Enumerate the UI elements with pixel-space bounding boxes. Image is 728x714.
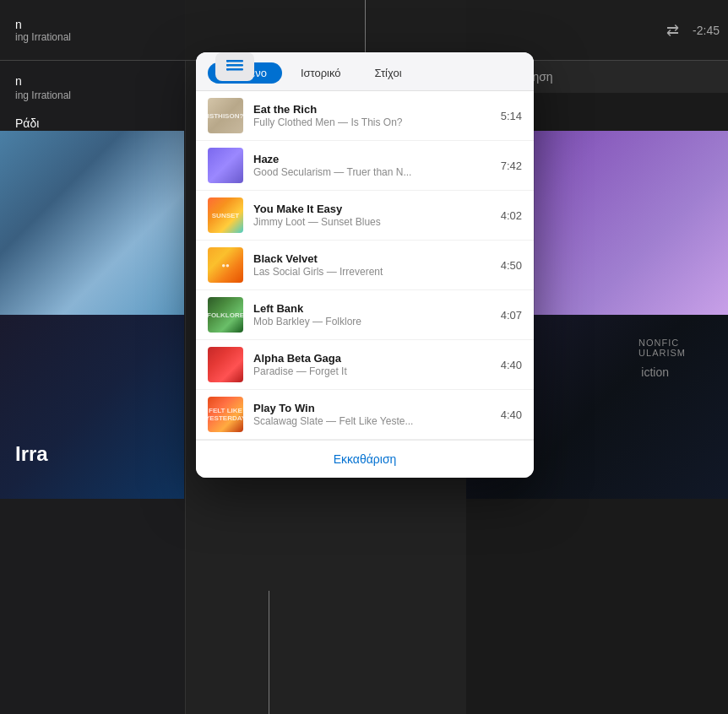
track-item[interactable]: Alpha Beta Gaga Paradise — Forget It 4:4… xyxy=(196,340,534,390)
time-display: -2:45 xyxy=(686,24,720,37)
track-item[interactable]: SUNSET You Make It Easy Jimmy Loot — Sun… xyxy=(196,191,534,241)
album-art-bg-1 xyxy=(0,131,184,315)
track-art-label-5: FOLKLORE xyxy=(208,297,243,333)
track-art-label-2 xyxy=(208,148,243,183)
top-bar-controls: ⇄ -2:45 xyxy=(666,21,720,40)
track-title-5: Left Bank xyxy=(253,302,492,315)
track-duration-2: 7:42 xyxy=(501,160,522,172)
nonfiction-text-1: NONFICULARISM xyxy=(638,338,686,358)
track-art-label-6 xyxy=(208,347,243,382)
sidebar-subtitle: ing Irrational xyxy=(15,89,71,101)
track-meta-2: Good Secularism — Truer than N... xyxy=(253,166,492,178)
track-info-2: Haze Good Secularism — Truer than N... xyxy=(253,153,492,178)
track-title-3: You Make It Easy xyxy=(253,203,492,215)
track-art-label-7: FELT LIKE YESTERDAY xyxy=(208,397,243,432)
track-title-6: Alpha Beta Gaga xyxy=(253,352,492,365)
callout-line-bottom xyxy=(269,591,269,714)
track-art-7: FELT LIKE YESTERDAY xyxy=(208,397,243,432)
album-art-bg-2 xyxy=(0,315,184,499)
track-item[interactable]: FOLKLORE Left Bank Mob Barkley — Folklor… xyxy=(196,290,534,340)
track-meta-4: Las Social Girls — Irreverent xyxy=(253,266,492,278)
track-duration-3: 4:02 xyxy=(501,209,522,222)
track-title-1: Eat the Rich xyxy=(253,103,492,116)
callout-line-top xyxy=(365,0,366,55)
track-duration-1: 5:14 xyxy=(501,110,522,122)
track-duration-6: 4:40 xyxy=(501,359,522,371)
nonfiction-text-2: iction xyxy=(641,365,669,379)
track-art-label-3: SUNSET xyxy=(208,197,243,233)
track-art-5: FOLKLORE xyxy=(208,297,243,333)
sidebar-irra-label: Irra xyxy=(15,442,48,466)
svg-rect-4 xyxy=(226,64,229,67)
queue-list-button[interactable] xyxy=(215,52,254,81)
track-meta-3: Jimmy Loot — Sunset Blues xyxy=(253,216,492,228)
svg-rect-3 xyxy=(226,60,229,62)
track-art-label-4: ●● xyxy=(208,247,243,283)
sidebar-radio-label: Ράδι xyxy=(15,116,39,130)
now-playing-title: n xyxy=(15,18,169,31)
track-info-7: Play To Win Scalawag Slate — Felt Like Y… xyxy=(253,402,492,427)
track-art-2 xyxy=(208,148,243,183)
track-duration-5: 4:07 xyxy=(501,309,522,322)
track-title-7: Play To Win xyxy=(253,402,492,414)
track-item[interactable]: ISTHISON? Eat the Rich Fully Clothed Men… xyxy=(196,91,534,141)
track-meta-7: Scalawag Slate — Felt Like Yeste... xyxy=(253,415,492,427)
track-art-1: ISTHISON? xyxy=(208,98,243,133)
track-art-4: ●● xyxy=(208,247,243,283)
track-info-1: Eat the Rich Fully Clothed Men — Is This… xyxy=(253,103,492,128)
repeat-icon[interactable]: ⇄ xyxy=(666,21,679,40)
now-playing-subtitle: ing Irrational xyxy=(15,31,169,43)
sidebar-title: n xyxy=(15,74,22,88)
track-art-label-1: ISTHISON? xyxy=(208,98,243,133)
tab-lyrics[interactable]: Στίχοι xyxy=(360,62,417,84)
track-title-2: Haze xyxy=(253,153,492,165)
track-art-3: SUNSET xyxy=(208,197,243,233)
track-list: ISTHISON? Eat the Rich Fully Clothed Men… xyxy=(196,91,534,440)
track-info-4: Black Velvet Las Social Girls — Irrevere… xyxy=(253,252,492,278)
track-item[interactable]: ●● Black Velvet Las Social Girls — Irrev… xyxy=(196,241,534,290)
clear-button[interactable]: Εκκαθάριση xyxy=(196,440,534,478)
track-meta-1: Fully Clothed Men — Is This On? xyxy=(253,116,492,128)
top-bar-info: n ing Irrational xyxy=(0,18,169,43)
track-info-6: Alpha Beta Gaga Paradise — Forget It xyxy=(253,352,492,377)
track-meta-6: Paradise — Forget It xyxy=(253,365,492,377)
track-art-6 xyxy=(208,347,243,382)
track-meta-5: Mob Barkley — Folklore xyxy=(253,316,492,327)
tab-history[interactable]: Ιστορικό xyxy=(285,62,356,84)
track-item[interactable]: FELT LIKE YESTERDAY Play To Win Scalawag… xyxy=(196,390,534,440)
track-item[interactable]: Haze Good Secularism — Truer than N... 7… xyxy=(196,141,534,191)
track-info-3: You Make It Easy Jimmy Loot — Sunset Blu… xyxy=(253,203,492,228)
popup-panel: Επόμενο Ιστορικό Στίχοι ISTHISON? Eat th… xyxy=(196,52,534,478)
sidebar xyxy=(0,0,186,714)
track-info-5: Left Bank Mob Barkley — Folklore xyxy=(253,302,492,327)
track-duration-7: 4:40 xyxy=(501,408,522,421)
track-title-4: Black Velvet xyxy=(253,252,492,265)
svg-rect-5 xyxy=(226,68,229,71)
track-duration-4: 4:50 xyxy=(501,259,522,272)
